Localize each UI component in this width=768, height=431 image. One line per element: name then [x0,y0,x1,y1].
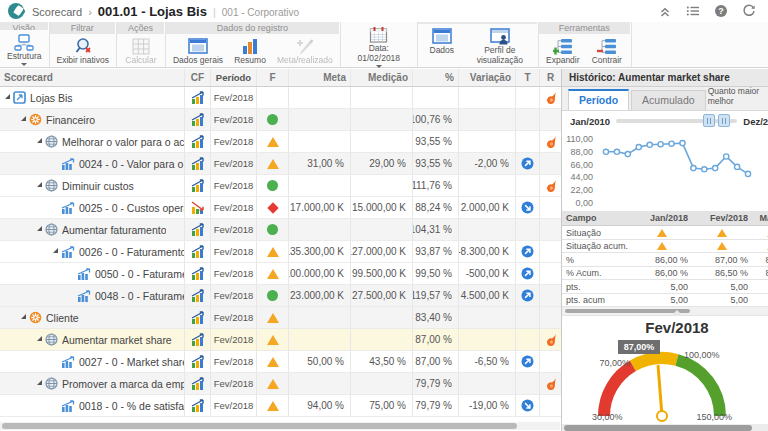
col-medicao[interactable]: Medição [351,69,413,86]
detail-row[interactable]: %86,00 %87,00 %83,00 [562,253,768,267]
flame-icon [540,395,561,416]
tree-minus-icon [597,37,617,55]
table-row[interactable]: 0026 - 0 - FaturamentoFev/2018135.300,00… [0,241,561,263]
trend-icon[interactable] [516,153,540,174]
medicao-value: 29,00 % [351,153,413,174]
table-row[interactable]: Lojas BisFev/2018 [0,87,561,109]
contrair-button[interactable]: Contrair [585,35,629,66]
data-picker-button[interactable]: Data: 01/02/2018 [343,23,415,68]
table-row[interactable]: 0048 - 0 - Faturamento de outras fonteFe… [0,285,561,307]
col-variacao[interactable]: Variação [459,69,516,86]
tab-acumulado[interactable]: Acumulado [631,90,706,110]
table-row[interactable]: ClienteFev/201883,40 % [0,307,561,329]
col-f[interactable]: F [257,69,289,86]
col-pct[interactable]: % [413,69,459,86]
tree-expand-caret[interactable] [37,380,42,385]
resumo-button[interactable]: Resumo [228,35,272,66]
detail-row[interactable]: Situação acum. [562,240,768,254]
exibir-inativos-button[interactable]: Exibir inativos [52,35,114,66]
col-meta[interactable]: Meta [289,69,351,86]
meta-value [289,87,351,108]
ribbon-group-filtrar: Filtrar Exibir inativos [50,22,117,67]
refresh-icon[interactable] [742,4,756,18]
panel-horizontal-scrollbar[interactable] [562,424,768,431]
status-shape-yellow [257,351,289,372]
expandir-button[interactable]: Expandir [541,35,585,66]
tree-expand-caret[interactable] [5,94,10,99]
periodo-value: Fev/2018 [211,329,257,350]
trend-icon[interactable] [516,351,540,372]
collapse-ribbon-icon[interactable] [658,4,672,18]
window-person-icon [490,27,510,45]
grid-horizontal-scrollbar[interactable] [0,422,560,430]
breadcrumb-divider: | [213,6,216,18]
flame-icon[interactable] [540,175,561,196]
tab-periodo[interactable]: Período [568,89,629,110]
detail-row[interactable]: pts.5,005,005, [562,280,768,294]
table-row[interactable]: Diminuir custosFev/2018111,76 % [0,175,561,197]
tree-expand-caret[interactable] [37,336,42,341]
list-icon[interactable] [686,4,700,18]
chevron-down-icon [21,63,27,66]
scorecard-cell: 0025 - 0 - Custos operacionais [0,197,185,218]
tree-expand-caret[interactable] [53,248,58,253]
variacao-value [459,219,516,240]
trend-icon[interactable] [516,263,540,284]
tree-expand-caret[interactable] [21,314,26,319]
flame-icon[interactable] [540,131,561,152]
variacao-value [459,87,516,108]
col-t[interactable]: T [516,69,540,86]
flame-icon[interactable] [540,87,561,108]
perfil-visualizacao-button[interactable]: Perfil de visualização [464,25,536,66]
slider-handle-left[interactable] [703,114,715,127]
trend-icon[interactable] [516,241,540,262]
col-cf[interactable]: CF [185,69,211,86]
medicao-value [351,175,413,196]
flame-icon[interactable] [540,329,561,350]
table-row[interactable]: FinanceiroFev/2018100,76 % [0,109,561,131]
help-icon[interactable]: ? [714,4,728,18]
slider-track[interactable] [616,119,737,123]
periodo-value: Fev/2018 [211,307,257,328]
dados-gerais-button[interactable]: Dados gerais [168,35,228,66]
status-shape-yellow [257,153,289,174]
tree-expand-caret[interactable] [21,116,26,121]
table-row[interactable]: Melhorar o valor para o acionistaFev/201… [0,131,561,153]
status-shape-green [257,285,289,306]
status-shape-yellow [257,241,289,262]
app-logo-icon[interactable] [8,3,24,19]
chart-down-icon [185,197,211,218]
variacao-value: -6,50 % [459,351,516,372]
detail-value: 86,50 % [692,267,752,280]
detail-table-scrollbar[interactable] [562,307,768,314]
detail-row[interactable]: % Acum.86,00 %86,50 %85,34 [562,267,768,281]
table-row[interactable]: Aumentar market shareFev/201887,00 % [0,329,561,351]
col-periodo[interactable]: Período [211,69,257,86]
tree-expand-caret[interactable] [37,226,42,231]
table-row[interactable]: 0027 - 0 - Market shareFev/201850,00 %43… [0,351,561,373]
flame-icon[interactable] [540,373,561,394]
table-row[interactable]: 0024 - 0 - Valor para o acionista (SVA)F… [0,153,561,175]
table-row[interactable]: 0025 - 0 - Custos operacionaisFev/201817… [0,197,561,219]
col-scorecard[interactable]: Scorecard [0,69,185,86]
table-row[interactable]: Promover a marca da empresaFev/201879,79… [0,373,561,395]
table-row[interactable]: Aumentar faturamentoFev/2018104,31 % [0,219,561,241]
tree-expand-caret[interactable] [37,138,42,143]
estrutura-button[interactable]: Estrutura [2,31,47,66]
slider-handle-right[interactable] [718,114,730,127]
ribbon-group-navegar: Navegar Data: 01/02/2018 [341,22,418,67]
trend-icon[interactable] [516,285,540,306]
col-r[interactable]: R [540,69,561,86]
periodo-value: Fev/2018 [211,395,257,416]
table-row[interactable]: 0018 - 0 - % de satisfação dos clientesF… [0,395,561,417]
detail-row[interactable]: pts. acum5,005,005, [562,294,768,308]
detail-row[interactable]: Situação [562,226,768,240]
table-row[interactable]: 0050 - 0 - Faturamento com vendasFev/201… [0,263,561,285]
tree-expand-caret[interactable] [37,182,42,187]
trend-icon[interactable] [516,395,540,416]
flame-icon [540,109,561,130]
trend-icon[interactable] [516,197,540,218]
scorecard-cell: Diminuir custos [0,175,185,196]
breadcrumb-section[interactable]: Scorecard [32,6,82,18]
dados-button[interactable]: Dados [420,25,464,66]
